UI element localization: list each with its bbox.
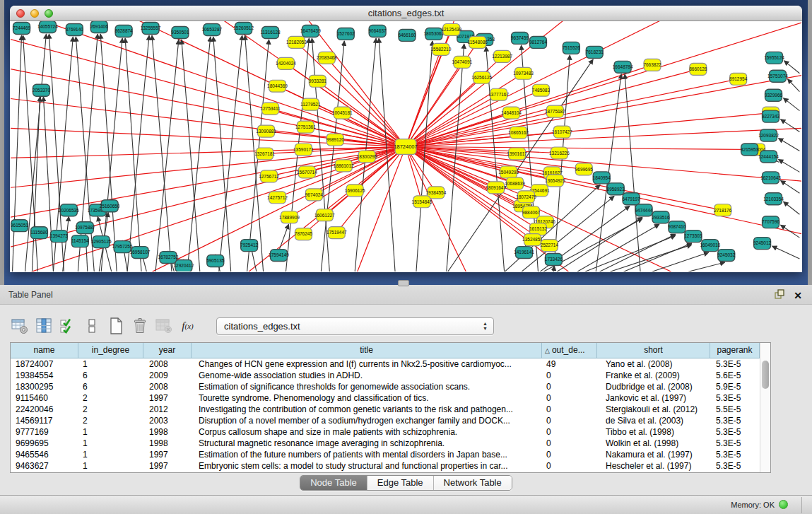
select-all-icon[interactable]	[58, 317, 77, 336]
table-row[interactable]: 946362711997Embryonic stem cells: a mode…	[11, 460, 770, 472]
column-header-indegree[interactable]: in_degree	[78, 343, 143, 358]
graph-node[interactable]: 15670714	[297, 166, 317, 178]
graph-node[interactable]: 18091647	[486, 182, 506, 194]
table-row[interactable]: 1938455462009Genome-wide association stu…	[11, 370, 770, 381]
table-cell[interactable]: Hescheler et al. (1997)	[597, 460, 710, 472]
network-window-titlebar[interactable]: citations_edges.txt	[10, 6, 802, 21]
graph-node[interactable]: 18775187	[545, 105, 565, 117]
graph-node[interactable]: 9245032	[717, 250, 736, 262]
graph-node[interactable]: 12182053	[286, 36, 307, 48]
graph-node[interactable]: 13255557	[141, 22, 161, 34]
table-cell[interactable]: 2	[78, 415, 143, 426]
table-cell[interactable]: Tibbo et al. (1998)	[597, 426, 710, 438]
table-cell[interactable]: 0	[542, 449, 597, 460]
graph-node[interactable]: 2522714	[541, 240, 559, 252]
table-row[interactable]: 977716911998Corpus callosum shape and si…	[11, 426, 770, 438]
graph-node[interactable]: 9474444	[635, 204, 653, 216]
graph-node[interactable]: 10688639	[505, 177, 525, 189]
table-cell[interactable]: 22420046	[11, 404, 78, 415]
table-cell[interactable]: 5.3E-5	[710, 415, 760, 426]
graph-node[interactable]: 1733426	[545, 254, 563, 266]
graph-node[interactable]: 12093822	[758, 129, 779, 141]
table-cell[interactable]: 0	[542, 404, 597, 415]
graph-node[interactable]: 8912954	[729, 73, 748, 85]
graph-node[interactable]: 15751074	[767, 70, 788, 82]
table-cell[interactable]: Estimation of the future numbers of pati…	[192, 449, 542, 460]
table-cell[interactable]: Genome-wide association studies in ADHD.	[192, 370, 542, 381]
graph-node[interactable]: 13267181	[254, 148, 275, 160]
table-cell[interactable]: 5.3E-5	[710, 460, 760, 472]
table-cell[interactable]: Nakamura et al. (1997)	[597, 449, 710, 460]
table-cell[interactable]: 0	[542, 392, 597, 404]
table-cell[interactable]: 2009	[143, 370, 192, 381]
table-cell[interactable]: 18724007	[11, 358, 78, 370]
memory-status-indicator[interactable]	[779, 500, 788, 509]
table-row[interactable]: 1456911722003Disruption of a novel membe…	[11, 415, 770, 426]
graph-node[interactable]: 15049293	[498, 166, 519, 178]
graph-node[interactable]: 10474091	[452, 56, 472, 68]
graph-node[interactable]: 17594149	[269, 250, 289, 262]
table-cell[interactable]: Franke et al. (2009)	[597, 370, 710, 381]
table-cell[interactable]: 5.5E-5	[710, 404, 760, 415]
graph-node[interactable]: 13090881	[256, 125, 276, 137]
graph-node[interactable]: 11279521	[300, 98, 321, 110]
graph-node[interactable]: 14204024	[276, 57, 296, 69]
table-row[interactable]: 969969511998Structural magnetic resonanc…	[11, 438, 770, 449]
graph-node[interactable]: 13901617	[507, 148, 527, 160]
table-cell[interactable]: 2003	[143, 415, 192, 426]
table-cell[interactable]: 14569117	[11, 415, 78, 426]
graph-node[interactable]: 9812764	[529, 36, 548, 48]
graph-node[interactable]: 16476439	[300, 25, 321, 37]
graph-node[interactable]: 2933516	[652, 211, 670, 223]
graph-node[interactable]: 7485083	[532, 84, 551, 96]
graph-node[interactable]: 2691406	[90, 21, 109, 33]
graph-node[interactable]: 10653287	[201, 23, 222, 35]
table-cell[interactable]: 49	[542, 358, 597, 370]
table-cell[interactable]: 5.6E-5	[710, 370, 760, 381]
graph-node[interactable]: 17889909	[279, 211, 300, 223]
graph-node[interactable]: 10045181	[332, 107, 353, 119]
graph-node[interactable]: 1115680	[30, 227, 48, 239]
graph-node[interactable]: 7663822	[643, 59, 661, 71]
table-cell[interactable]: 9699695	[11, 438, 78, 449]
table-row[interactable]: 946554611997Estimation of the future num…	[11, 449, 770, 460]
graph-node[interactable]: 7515526	[563, 42, 581, 54]
graph-node[interactable]: 3769140	[66, 23, 84, 35]
tab-network-table[interactable]: Network Table	[434, 476, 512, 490]
table-row[interactable]: 911546021997Tourette syndrome. Phenomeno…	[11, 392, 770, 404]
graph-node[interactable]: 11548086	[468, 36, 488, 48]
table-cell[interactable]: 1997	[143, 449, 192, 460]
column-header-pagerank[interactable]: pagerank	[710, 343, 760, 358]
graph-node[interactable]: 9064637	[369, 25, 387, 37]
table-cell[interactable]: Dudbridge et al. (2008)	[597, 381, 710, 392]
table-cell[interactable]: 1	[78, 449, 143, 460]
table-cell[interactable]: 5.3E-5	[710, 438, 760, 449]
graph-node[interactable]: 22083468	[317, 52, 337, 64]
network-table-selector[interactable]: citations_edges.txt ▲▼	[216, 317, 494, 335]
graph-node[interactable]: 12125439	[441, 23, 461, 35]
column-header-title[interactable]: title	[192, 343, 542, 358]
graph-node[interactable]: 10975887	[75, 222, 95, 234]
table-cell[interactable]: Structural magnetic resonance image aver…	[192, 438, 542, 449]
graph-node[interactable]: 16958107	[130, 247, 151, 259]
graph-node[interactable]: 12103354	[763, 193, 784, 205]
graph-node[interactable]: 18300295	[357, 151, 377, 163]
table-cell[interactable]: 0	[542, 415, 597, 426]
graph-node[interactable]: 16906125	[345, 185, 365, 197]
graph-node[interactable]: 1145154	[71, 235, 89, 247]
table-cell[interactable]: Tourette syndrome. Phenomenology and cla…	[192, 392, 542, 404]
table-cell[interactable]: de Silva et al. (2003)	[597, 415, 710, 426]
table-cell[interactable]: 1	[78, 460, 143, 472]
table-cell[interactable]: 6	[78, 370, 143, 381]
graph-node[interactable]: 9933281	[309, 75, 327, 87]
table-cell[interactable]: 2012	[143, 404, 192, 415]
table-cell[interactable]: 5.3E-5	[710, 426, 760, 438]
table-cell[interactable]: 1	[78, 358, 143, 370]
graph-node[interactable]: 13654923	[545, 175, 565, 187]
table-cell[interactable]: 2008	[143, 381, 192, 392]
table-cell[interactable]: 9463627	[11, 460, 78, 472]
tab-node-table[interactable]: Node Table	[300, 476, 367, 490]
function-builder-icon[interactable]: f(x)	[178, 317, 197, 336]
graph-node[interactable]: 8215953	[741, 144, 759, 156]
network-canvas[interactable]: 7244469140557243769140269140686288741325…	[11, 21, 801, 271]
